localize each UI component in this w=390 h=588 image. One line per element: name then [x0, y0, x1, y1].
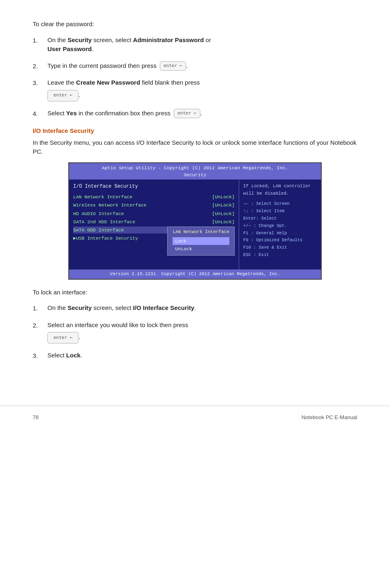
lock-interface-intro: To lock an interface: — [33, 288, 357, 297]
step-4: 4. Select Yes in the confirmation box th… — [33, 109, 357, 119]
bios-title-text: Aptio Setup Utility - Copyright (C) 2012… — [102, 165, 288, 171]
bios-row-usb: ▶USB Interface Security — [73, 235, 167, 242]
section-title: I/O Interface Security — [33, 126, 357, 136]
enter-key-block-2: enter ← — [47, 332, 78, 343]
bios-value-lan: [UnLock] — [212, 193, 235, 200]
lock-step-3-content: Select Lock. — [47, 351, 357, 360]
step-3-content: Leave the Create New Password field blan… — [47, 78, 357, 101]
bold-yes: Yes — [66, 110, 77, 117]
step-number-1: 1. — [33, 36, 47, 45]
step-number-2: 2. — [33, 61, 47, 71]
nav-hint-8: ESC : Exit — [243, 251, 317, 259]
bold-lock: Lock — [66, 352, 81, 359]
step-1: 1. On the Security screen, select Admini… — [33, 36, 357, 54]
bios-nav-hints: →← : Select Screen ↑↓ : Select Item Ente… — [243, 200, 317, 259]
nav-hint-4: +/− : Change Opt. — [243, 222, 317, 230]
bios-row-sata-odd: SATA ODD Interface — [73, 227, 167, 233]
lock-steps: 1. On the Security screen, select I/O In… — [33, 303, 357, 361]
bold-security: Security — [67, 36, 92, 43]
bios-label-sata: SATA 2nd HDD Interface — [73, 218, 135, 225]
bios-inner: I/O Interface Security LAN Network Inter… — [69, 180, 321, 269]
bios-label-lan: LAN Network Interface — [73, 193, 132, 200]
popup-option-unlock[interactable]: UnLock — [173, 245, 229, 253]
step-number-4: 4. — [33, 109, 47, 119]
bios-row-sata: SATA 2nd HDD Interface [UnLock] — [73, 218, 235, 225]
bios-right-info: If Locked, LAN controller will be disabl… — [243, 183, 317, 197]
bios-left-panel: I/O Interface Security LAN Network Inter… — [69, 180, 239, 269]
bios-screen: Aptio Setup Utility - Copyright (C) 2012… — [68, 162, 322, 280]
step-4-content: Select Yes in the confirmation box then … — [47, 109, 357, 118]
lock-step-number-3: 3. — [33, 351, 47, 361]
nav-hint-1: →← : Select Screen — [243, 200, 317, 208]
lock-step-number-1: 1. — [33, 303, 47, 313]
lock-step-3: 3. Select Lock. — [33, 351, 357, 361]
bold-io-interface: I/O Interface Security — [133, 304, 194, 311]
popup-title: LAN Network Interface — [173, 229, 229, 236]
bios-value-sata: [UnLock] — [212, 218, 235, 225]
page-content: To clear the password: 1. On the Securit… — [0, 0, 390, 393]
bold-security-2: Security — [67, 304, 92, 311]
step-3: 3. Leave the Create New Password field b… — [33, 78, 357, 101]
lock-step-number-2: 2. — [33, 321, 47, 330]
bios-lock-popup: LAN Network Interface Lock UnLock — [167, 227, 235, 256]
bios-sata-odd-row: SATA ODD Interface ▶USB Interface Securi… — [73, 227, 235, 256]
bios-left-col: SATA ODD Interface ▶USB Interface Securi… — [73, 227, 167, 243]
step-2-content: Type in the current password then press … — [47, 61, 357, 71]
bios-label-audio: HD AUDIO Interface — [73, 210, 124, 217]
bios-title-bar: Aptio Setup Utility - Copyright (C) 2012… — [69, 163, 321, 180]
enter-key-inline-2: enter ← — [174, 109, 200, 118]
bios-label-sata-odd: SATA ODD Interface — [73, 227, 124, 233]
clear-password-steps: 1. On the Security screen, select Admini… — [33, 36, 357, 119]
bios-subtitle-text: Security — [184, 172, 206, 177]
page-separator — [0, 406, 390, 406]
bios-value-wireless: [UnLock] — [212, 202, 235, 209]
step-1-content: On the Security screen, select Administr… — [47, 36, 357, 54]
section-desc: In the Security menu, you can access I/O… — [33, 138, 357, 157]
nav-hint-2: ↑↓ : Select Item — [243, 208, 317, 215]
lock-step-1-content: On the Security screen, select I/O Inter… — [47, 303, 357, 313]
lock-step-2-content: Select an interface you would like to lo… — [47, 321, 357, 344]
bios-row-audio: HD AUDIO Interface [UnLock] — [73, 210, 235, 217]
lock-step-2: 2. Select an interface you would like to… — [33, 321, 357, 344]
bios-value-audio: [UnLock] — [212, 210, 235, 217]
bold-create-new-password: Create New Password — [76, 79, 140, 86]
bios-right-panel: If Locked, LAN controller will be disabl… — [239, 180, 321, 269]
popup-option-lock[interactable]: Lock — [173, 237, 229, 245]
footer-book-title: Notebook PC E-Manual — [301, 413, 357, 422]
enter-key-inline-1: enter ← — [160, 61, 186, 71]
bios-heading: I/O Interface Security — [73, 183, 235, 190]
bold-admin-password: Administrator Password — [133, 36, 204, 43]
nav-hint-3: Enter: Select — [243, 215, 317, 222]
step-2: 2. Type in the current password then pre… — [33, 61, 357, 71]
bios-label-usb: ▶USB Interface Security — [73, 235, 138, 242]
enter-key-block-1: enter ← — [47, 90, 78, 101]
step-number-3: 3. — [33, 78, 47, 88]
nav-hint-7: F10 : Save & Exit — [243, 244, 317, 251]
footer-bar: 78 Notebook PC E-Manual — [0, 410, 390, 425]
lock-step-1: 1. On the Security screen, select I/O In… — [33, 303, 357, 313]
bios-footer: Version 2.15.1231. Copyright (C) 2012 Am… — [69, 269, 321, 279]
nav-hint-6: F9 : Optimized Defaults — [243, 237, 317, 244]
nav-hint-5: F1 : General Help — [243, 230, 317, 237]
bios-row-wireless: Wireless Network Interface [UnLock] — [73, 202, 235, 209]
footer-page-number: 78 — [33, 413, 38, 422]
bios-label-wireless: Wireless Network Interface — [73, 202, 146, 209]
bold-user-password: User Password — [47, 45, 92, 52]
bios-row-lan: LAN Network Interface [UnLock] — [73, 193, 235, 200]
intro-text: To clear the password: — [33, 20, 357, 29]
